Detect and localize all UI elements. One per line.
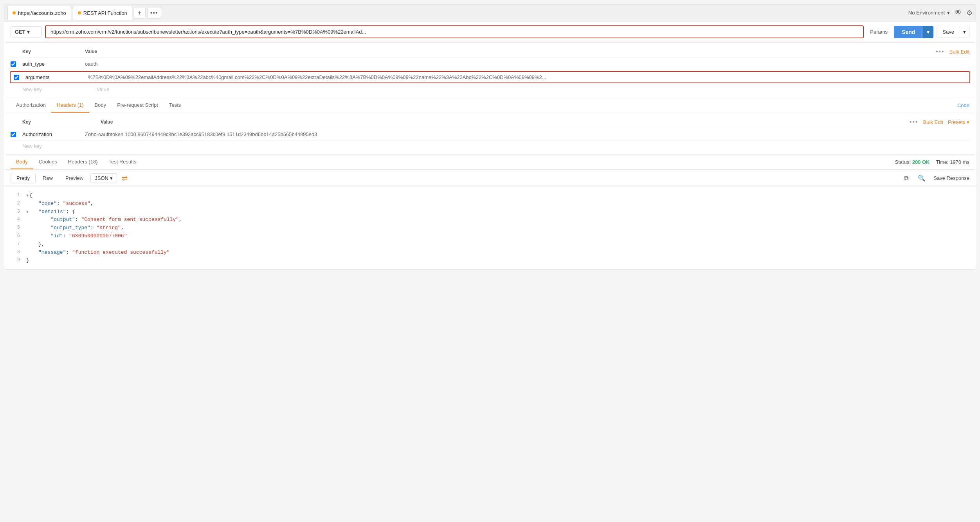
params-value-header: Value bbox=[85, 49, 936, 54]
send-button-group: Send ▾ bbox=[894, 26, 933, 38]
resp-tab-headers[interactable]: Headers (18) bbox=[63, 155, 103, 169]
table-row: auth_type oauth bbox=[11, 58, 969, 70]
plus-icon: + bbox=[138, 9, 141, 16]
collapse-arrow-1[interactable]: ▼ bbox=[26, 194, 29, 198]
time-value: 1970 ms bbox=[950, 159, 969, 165]
response-tabs-bar: Body Cookies Headers (18) Test Results S… bbox=[4, 155, 976, 170]
params-key-header: Key bbox=[22, 49, 85, 54]
url-input-wrapper bbox=[45, 25, 864, 38]
json-line-3: 3 ▼ "details": { bbox=[11, 208, 969, 216]
environment-selector[interactable]: No Environment ▾ bbox=[908, 10, 950, 16]
send-dropdown-button[interactable]: ▾ bbox=[923, 26, 933, 38]
format-tab-preview[interactable]: Preview bbox=[60, 173, 89, 183]
tab-label-2: REST API Function bbox=[83, 10, 127, 16]
wrap-icon[interactable]: ⇌ bbox=[122, 174, 128, 183]
more-tabs-button[interactable]: ••• bbox=[147, 7, 161, 19]
tab-authorization[interactable]: Authorization bbox=[11, 98, 51, 113]
tab-headers[interactable]: Headers (1) bbox=[51, 98, 89, 113]
row-1-check-input[interactable] bbox=[11, 61, 16, 67]
params-table: Key Value ••• Bulk Edit auth_type oauth … bbox=[4, 43, 976, 98]
new-header-row: New key bbox=[11, 141, 969, 151]
add-tab-button[interactable]: + bbox=[134, 7, 146, 19]
json-line-9: 9 } bbox=[11, 257, 969, 265]
format-select[interactable]: JSON ▾ bbox=[90, 173, 117, 183]
json-line-7: 7 }, bbox=[11, 240, 969, 249]
response-format-bar: Pretty Raw Preview JSON ▾ ⇌ ⧉ 🔍 Save Res… bbox=[4, 170, 976, 187]
method-chevron-icon: ▾ bbox=[27, 29, 30, 35]
eye-icon[interactable]: 👁 bbox=[955, 9, 962, 17]
save-dropdown-button[interactable]: ▾ bbox=[960, 26, 969, 38]
row-2-checkbox[interactable] bbox=[14, 75, 25, 80]
tab-tests[interactable]: Tests bbox=[164, 98, 186, 113]
status-label: Status: 200 OK bbox=[895, 159, 930, 165]
tabs-bar: https://accounts.zoho REST API Function … bbox=[4, 4, 976, 22]
tab-rest-api[interactable]: REST API Function bbox=[73, 6, 132, 20]
response-meta: Status: 200 OK Time: 1970 ms bbox=[895, 159, 969, 165]
gear-icon[interactable]: ⚙ bbox=[966, 9, 973, 17]
auth-header-checkbox[interactable] bbox=[11, 132, 22, 137]
auth-header-check-input[interactable] bbox=[11, 132, 16, 137]
row-2-value: %7B%0D%0A%09%22emailAddress%22%3A%22abc%… bbox=[88, 74, 966, 80]
request-tabs: Authorization Headers (1) Body Pre-reque… bbox=[4, 98, 976, 113]
send-button[interactable]: Send bbox=[894, 26, 923, 38]
tab-label-1: https://accounts.zoho bbox=[18, 10, 66, 16]
params-button[interactable]: Params bbox=[867, 27, 891, 37]
app-container: https://accounts.zoho REST API Function … bbox=[4, 4, 976, 270]
env-label: No Environment bbox=[908, 10, 945, 16]
row-1-value: oauth bbox=[85, 61, 969, 67]
json-line-5: 5 "output_type": "string", bbox=[11, 224, 969, 232]
json-line-1: 1 ▼{ bbox=[11, 192, 969, 200]
tab-dot-2 bbox=[78, 11, 81, 14]
json-output: 1 ▼{ 2 "code": "success", 3 ▼ "details":… bbox=[4, 187, 976, 269]
code-button[interactable]: Code bbox=[957, 102, 969, 108]
new-value-placeholder[interactable]: Value bbox=[97, 86, 109, 92]
url-input[interactable] bbox=[46, 26, 863, 38]
save-response-button[interactable]: Save Response bbox=[933, 175, 969, 181]
more-dots-icon: ••• bbox=[150, 9, 158, 16]
row-2-check-input[interactable] bbox=[14, 75, 19, 80]
collapse-arrow-3[interactable]: ▼ bbox=[26, 210, 29, 214]
search-icon[interactable]: 🔍 bbox=[916, 173, 927, 183]
method-label: GET bbox=[15, 29, 25, 35]
json-line-6: 6 "id": "63095000000077006" bbox=[11, 232, 969, 240]
tab-accounts-zoho[interactable]: https://accounts.zoho bbox=[7, 6, 71, 20]
params-header-actions: ••• Bulk Edit bbox=[936, 48, 969, 55]
url-bar: GET ▾ Params Send ▾ Save ▾ bbox=[4, 22, 976, 43]
time-text-label: Time: bbox=[936, 159, 948, 165]
params-more-icon[interactable]: ••• bbox=[936, 48, 945, 55]
tab-pre-request-script[interactable]: Pre-request Script bbox=[112, 98, 164, 113]
headers-key-header: Key bbox=[22, 119, 101, 125]
method-select[interactable]: GET ▾ bbox=[11, 26, 42, 38]
tabs-bar-right: No Environment ▾ 👁 ⚙ bbox=[908, 9, 973, 17]
json-line-2: 2 "code": "success", bbox=[11, 200, 969, 208]
headers-bulk-edit-button[interactable]: Bulk Edit bbox=[923, 119, 943, 125]
headers-table: Key Value ••• Bulk Edit Presets ▾ Author… bbox=[4, 113, 976, 155]
presets-button[interactable]: Presets ▾ bbox=[948, 119, 969, 125]
params-bulk-edit-button[interactable]: Bulk Edit bbox=[949, 49, 969, 55]
format-right: ⧉ 🔍 Save Response bbox=[903, 173, 969, 183]
time-label: Time: 1970 ms bbox=[936, 159, 969, 165]
resp-tab-test-results[interactable]: Test Results bbox=[103, 155, 142, 169]
resp-tab-cookies[interactable]: Cookies bbox=[33, 155, 63, 169]
row-1-key: auth_type bbox=[22, 61, 85, 67]
row-2-key: arguments bbox=[25, 74, 88, 80]
headers-table-header: Key Value ••• Bulk Edit Presets ▾ bbox=[11, 116, 969, 128]
table-row: Authorization Zoho-oauthtoken 1000.86074… bbox=[11, 128, 969, 141]
auth-header-key: Authorization bbox=[22, 131, 85, 137]
headers-more-icon[interactable]: ••• bbox=[910, 118, 919, 126]
status-value: 200 OK bbox=[912, 159, 930, 165]
chevron-down-icon: ▾ bbox=[947, 10, 950, 16]
headers-header-actions: ••• Bulk Edit Presets ▾ bbox=[910, 118, 969, 126]
tab-body[interactable]: Body bbox=[89, 98, 112, 113]
row-1-checkbox[interactable] bbox=[11, 61, 22, 67]
save-button[interactable]: Save bbox=[937, 26, 960, 38]
format-tab-pretty[interactable]: Pretty bbox=[11, 173, 36, 183]
copy-icon[interactable]: ⧉ bbox=[903, 173, 910, 183]
format-select-chevron-icon: ▾ bbox=[110, 175, 113, 181]
new-key-placeholder[interactable]: New key bbox=[22, 86, 42, 92]
resp-tab-body[interactable]: Body bbox=[11, 155, 33, 169]
new-header-key-placeholder[interactable]: New key bbox=[22, 143, 42, 149]
json-line-4: 4 "output": "Consent form sent successfu… bbox=[11, 216, 969, 224]
format-tab-raw[interactable]: Raw bbox=[37, 173, 58, 183]
format-select-label: JSON bbox=[95, 175, 108, 181]
